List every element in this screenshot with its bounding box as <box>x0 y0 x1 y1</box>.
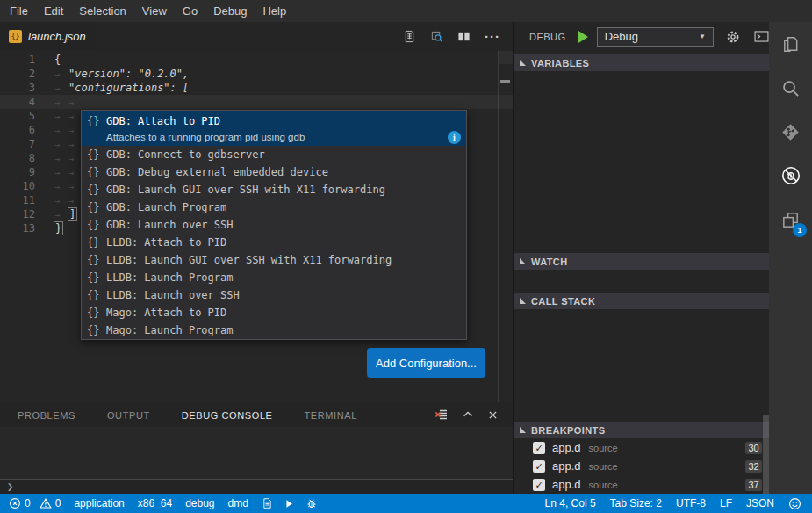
panel-tab[interactable]: DEBUG CONSOLE <box>182 407 273 423</box>
maximize-panel-icon[interactable] <box>462 408 474 421</box>
suggest-item[interactable]: {} GDB: Debug external embedded device <box>82 163 466 181</box>
suggest-item-selected[interactable]: {} GDB: Attach to PID Attaches to a runn… <box>82 111 466 146</box>
breakpoint-checkbox[interactable]: ✓ <box>533 479 545 491</box>
code-line[interactable]: 1 { <box>0 53 513 67</box>
extensions-icon[interactable]: 1 <box>769 198 812 242</box>
breakpoint-row[interactable]: ✓ app.d source 30 <box>514 438 769 457</box>
code-text: ] <box>68 207 77 221</box>
breakpoint-checkbox[interactable]: ✓ <box>533 460 545 473</box>
search-icon[interactable] <box>769 66 812 110</box>
menu-item[interactable]: Go <box>175 0 205 22</box>
menu-item[interactable]: Help <box>255 0 294 22</box>
tab-whitespace-arrow: → <box>54 126 68 135</box>
debug-icon[interactable] <box>769 154 812 198</box>
debug-bug-icon[interactable] <box>305 497 318 509</box>
open-changes-icon[interactable] <box>403 30 416 43</box>
statusbar-item[interactable]: Tab Size: 2 <box>610 497 662 509</box>
debug-config-select[interactable]: Debug ▼ <box>597 27 714 47</box>
problems-status[interactable]: 0 0 <box>9 497 61 509</box>
statusbar-item[interactable]: debug <box>185 497 214 509</box>
code-line[interactable]: 2 →"version": "0.2.0", <box>0 67 513 81</box>
add-configuration-button[interactable]: Add Configuration... <box>367 348 485 378</box>
breakpoint-file: app.d <box>552 459 581 473</box>
suggest-item[interactable]: {} LLDB: Launch Program <box>82 269 466 286</box>
statusbar-right-texts: Ln 4, Col 5 Tab Size: 2 UTF-8 LF JSON <box>545 497 774 509</box>
sidebar-scrollbar[interactable] <box>763 415 769 494</box>
activity-bar: 1 <box>769 22 812 494</box>
statusbar-item[interactable]: x86_64 <box>138 497 172 509</box>
run-icon[interactable] <box>284 498 294 509</box>
vscode-window: File Edit Selection View Go Debug Help {… <box>0 0 812 513</box>
breakpoint-kind: source <box>589 443 618 453</box>
close-panel-icon[interactable] <box>487 409 499 421</box>
editor-tabbar: {} launch.json ··· <box>0 22 513 51</box>
section-header-call-stack[interactable]: CALL STACK <box>514 293 769 309</box>
configure-gear-icon[interactable] <box>726 30 740 44</box>
line-number: 13 <box>0 222 35 235</box>
open-preview-icon[interactable] <box>430 30 443 43</box>
menu-item[interactable]: View <box>134 0 175 22</box>
tab-whitespace-arrow: → <box>54 210 68 220</box>
section-header-watch[interactable]: WATCH <box>514 253 769 270</box>
suggest-item[interactable]: {} GDB: Launch GUI over SSH with X11 for… <box>82 181 466 199</box>
code-line[interactable]: 4 →→ <box>0 95 513 109</box>
twistie-icon <box>520 298 526 304</box>
menu-item[interactable]: Debug <box>205 0 255 22</box>
tab-whitespace-arrow: → <box>54 83 68 93</box>
statusbar-item[interactable]: UTF-8 <box>676 497 706 509</box>
code-line[interactable]: 3 →"configurations": [ <box>0 81 513 95</box>
tab-whitespace-arrow: → <box>68 98 83 107</box>
info-icon[interactable]: i <box>448 131 461 144</box>
panel-tab[interactable]: PROBLEMS <box>18 407 75 423</box>
clear-console-icon[interactable] <box>435 408 449 422</box>
suggest-item[interactable]: {} LLDB: Attach to PID <box>82 234 466 251</box>
tab-launch-json[interactable]: {} launch.json <box>0 22 98 51</box>
suggest-item[interactable]: {} Mago: Attach to PID <box>82 304 466 322</box>
panel-tab[interactable]: OUTPUT <box>107 407 150 423</box>
suggest-item[interactable]: {} GDB: Connect to gdbserver <box>82 146 466 163</box>
feedback-smiley-icon[interactable] <box>788 497 801 510</box>
line-content: →] <box>35 207 77 221</box>
line-number: 8 <box>0 152 35 164</box>
suggest-item[interactable]: {} Mago: Launch Program <box>82 322 466 339</box>
section-header-variables[interactable]: VARIABLES <box>514 54 769 71</box>
menu-item[interactable]: File <box>2 0 36 22</box>
statusbar-right: Ln 4, Col 5 Tab Size: 2 UTF-8 LF JSON <box>545 497 812 510</box>
breakpoint-checkbox[interactable]: ✓ <box>533 442 545 454</box>
statusbar-item[interactable]: dmd <box>228 497 248 509</box>
suggest-item[interactable]: {} GDB: Launch Program <box>82 199 466 216</box>
debug-console-input[interactable]: ❯ <box>0 479 513 494</box>
breakpoint-file: app.d <box>552 478 581 491</box>
breakpoint-line-badge: 30 <box>745 442 762 454</box>
editor-region: {} launch.json ··· 1 { <box>0 22 513 494</box>
statusbar-item[interactable]: JSON <box>746 497 774 509</box>
suggest-item-label: GDB: Debug external embedded device <box>106 166 328 178</box>
breakpoint-row[interactable]: ✓ app.d source 37 <box>514 475 769 494</box>
start-debug-icon[interactable] <box>578 31 588 43</box>
explorer-icon[interactable] <box>769 22 812 66</box>
menu-item[interactable]: Selection <box>71 0 133 22</box>
section-title: CALL STACK <box>531 296 595 307</box>
code-editor[interactable]: 1 { 2 →"version": "0.2.0", 3 →"configura… <box>0 51 513 402</box>
tab-whitespace-arrow: → <box>54 168 68 177</box>
suggest-item[interactable]: {} GDB: Launch over SSH <box>82 216 466 234</box>
build-doc-icon[interactable] <box>262 497 273 509</box>
breakpoint-row[interactable]: ✓ app.d source 32 <box>514 457 769 475</box>
more-actions-icon[interactable]: ··· <box>485 29 500 44</box>
debug-console-output[interactable] <box>0 427 513 479</box>
line-number: 3 <box>0 82 35 94</box>
statusbar-item[interactable]: LF <box>720 497 732 509</box>
code-text: { <box>54 54 61 66</box>
menu-item[interactable]: Edit <box>36 0 71 22</box>
suggest-item[interactable]: {} LLDB: Launch GUI over SSH with X11 fo… <box>82 251 466 269</box>
panel-tab[interactable]: TERMINAL <box>305 407 357 423</box>
source-control-icon[interactable] <box>769 110 812 154</box>
suggest-item[interactable]: {} LLDB: Launch over SSH <box>82 286 466 304</box>
code-text: "configurations": [ <box>68 82 189 94</box>
line-number: 2 <box>0 68 35 80</box>
section-header-breakpoints[interactable]: BREAKPOINTS <box>514 422 769 438</box>
statusbar-item[interactable]: application <box>74 497 124 509</box>
statusbar-item[interactable]: Ln 4, Col 5 <box>545 497 596 509</box>
split-editor-icon[interactable] <box>457 30 471 43</box>
debug-console-toggle-icon[interactable] <box>754 31 769 42</box>
